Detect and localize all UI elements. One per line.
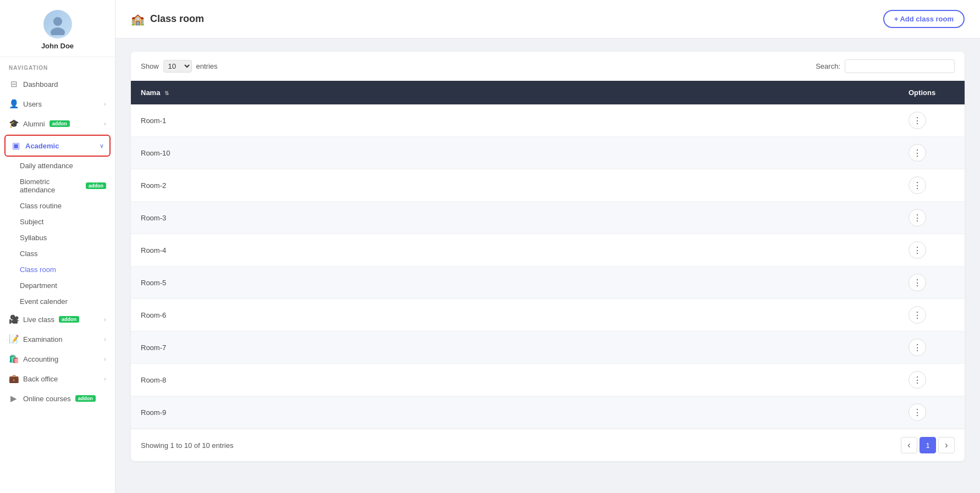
- nav-label: NAVIGATION: [0, 57, 115, 74]
- chevron-right-icon-alumni: ›: [104, 120, 106, 127]
- chevron-right-icon-backoffice: ›: [104, 375, 106, 382]
- options-button[interactable]: ⋮: [909, 403, 926, 421]
- pagination: ‹ 1 ›: [901, 437, 955, 453]
- sidebar-item-academic[interactable]: ▣ Academic ∨: [4, 135, 111, 157]
- chevron-right-icon-live: ›: [104, 316, 106, 323]
- sidebar-subitem-subject[interactable]: Subject: [0, 214, 115, 230]
- options-cell: ⋮: [899, 104, 965, 137]
- sidebar-item-label-accounting: Accounting: [23, 355, 58, 363]
- sidebar-subitem-class[interactable]: Class: [0, 246, 115, 262]
- svg-point-0: [53, 17, 62, 26]
- users-icon: 👤: [9, 99, 19, 109]
- table-row: Room-6 ⋮: [131, 299, 965, 331]
- subitem-label: Biometric attendance: [20, 178, 82, 194]
- options-cell: ⋮: [899, 234, 965, 267]
- sidebar-item-label-alumni: Alumni: [23, 120, 45, 128]
- table-row: Room-9 ⋮: [131, 396, 965, 429]
- sidebar-subitem-daily-attendance[interactable]: Daily attendance: [0, 158, 115, 174]
- options-button[interactable]: ⋮: [909, 241, 926, 259]
- sidebar-item-live-class[interactable]: 🎥 Live class addon ›: [0, 309, 115, 329]
- sidebar-item-online-courses[interactable]: ▶ Online courses addon: [0, 389, 115, 408]
- sidebar-item-examination[interactable]: 📝 Examination ›: [0, 329, 115, 349]
- options-button[interactable]: ⋮: [909, 112, 926, 129]
- sidebar-item-users[interactable]: 👤 Users ›: [0, 94, 115, 114]
- examination-icon: 📝: [9, 334, 19, 344]
- subitem-label: Department: [20, 281, 57, 290]
- sidebar-item-alumni[interactable]: 🎓 Alumni addon ›: [0, 114, 115, 134]
- profile-section: John Doe: [0, 0, 115, 57]
- col-options-label: Options: [909, 88, 935, 97]
- page-1-button[interactable]: 1: [920, 437, 936, 453]
- alumni-addon-badge: addon: [49, 120, 70, 127]
- room-name-cell: Room-6: [131, 299, 899, 331]
- room-name-cell: Room-8: [131, 364, 899, 396]
- options-button[interactable]: ⋮: [909, 371, 926, 389]
- room-name-cell: Room-5: [131, 267, 899, 299]
- table-controls: Show 10 25 50 100 entries Search:: [131, 52, 965, 81]
- alumni-icon: 🎓: [9, 119, 19, 129]
- avatar: [43, 10, 72, 38]
- table-row: Room-5 ⋮: [131, 267, 965, 299]
- sidebar-item-accounting[interactable]: 🛍️ Accounting ›: [0, 349, 115, 369]
- subitem-label: Syllabus: [20, 234, 47, 242]
- page-number: 1: [926, 441, 929, 450]
- search-input[interactable]: [845, 59, 955, 73]
- sort-icon-nama: ⇅: [164, 90, 169, 96]
- main-content: 🏫 Class room + Add class room Show 10 25…: [115, 0, 980, 493]
- page-title-area: 🏫 Class room: [131, 13, 204, 26]
- sidebar-subitem-class-room[interactable]: Class room: [0, 262, 115, 278]
- svg-point-1: [51, 27, 65, 35]
- entries-label: entries: [196, 62, 218, 70]
- subitem-label: Class: [20, 250, 38, 258]
- sidebar-item-label-dashboard: Dashboard: [23, 80, 58, 88]
- chevron-right-icon: ›: [104, 101, 106, 107]
- footer-text: Showing 1 to 10 of 10 entries: [141, 441, 233, 450]
- table-row: Room-2 ⋮: [131, 169, 965, 202]
- entries-select[interactable]: 10 25 50 100: [163, 60, 192, 73]
- options-cell: ⋮: [899, 267, 965, 299]
- table-row: Room-8 ⋮: [131, 364, 965, 396]
- accounting-icon: 🛍️: [9, 354, 19, 364]
- room-name-cell: Room-3: [131, 202, 899, 234]
- dashboard-icon: ⊟: [9, 79, 19, 89]
- profile-name: John Doe: [41, 42, 74, 50]
- add-class-room-button[interactable]: + Add class room: [883, 10, 965, 28]
- subitem-label: Event calender: [20, 297, 68, 306]
- options-button[interactable]: ⋮: [909, 274, 926, 291]
- page-title-icon: 🏫: [131, 13, 145, 26]
- academic-icon: ▣: [11, 141, 21, 151]
- options-button[interactable]: ⋮: [909, 339, 926, 356]
- sidebar-subitem-syllabus[interactable]: Syllabus: [0, 230, 115, 246]
- live-class-icon: 🎥: [9, 314, 19, 324]
- prev-page-button[interactable]: ‹: [901, 437, 917, 453]
- sidebar-subitem-class-routine[interactable]: Class routine: [0, 198, 115, 214]
- next-page-button[interactable]: ›: [938, 437, 955, 453]
- room-name-cell: Room-9: [131, 396, 899, 429]
- sidebar: John Doe NAVIGATION ⊟ Dashboard 👤 Users …: [0, 0, 115, 493]
- sidebar-item-label-users: Users: [23, 100, 42, 108]
- subitem-label: Daily attendance: [20, 162, 73, 170]
- room-name-cell: Room-7: [131, 331, 899, 364]
- options-cell: ⋮: [899, 299, 965, 331]
- live-class-addon-badge: addon: [59, 316, 79, 323]
- add-button-label: + Add class room: [894, 15, 954, 23]
- table-row: Room-7 ⋮: [131, 331, 965, 364]
- chevron-right-icon-accounting: ›: [104, 356, 106, 362]
- show-label: Show: [141, 62, 159, 70]
- options-cell: ⋮: [899, 364, 965, 396]
- table-row: Room-3 ⋮: [131, 202, 965, 234]
- online-courses-icon: ▶: [9, 394, 19, 403]
- sidebar-item-back-office[interactable]: 💼 Back office ›: [0, 369, 115, 389]
- room-name-cell: Room-2: [131, 169, 899, 202]
- options-button[interactable]: ⋮: [909, 306, 926, 324]
- sidebar-item-dashboard[interactable]: ⊟ Dashboard: [0, 74, 115, 94]
- options-cell: ⋮: [899, 169, 965, 202]
- sidebar-subitem-biometric-attendance[interactable]: Biometric attendance addon: [0, 174, 115, 198]
- options-button[interactable]: ⋮: [909, 176, 926, 194]
- sidebar-subitem-event-calender[interactable]: Event calender: [0, 293, 115, 309]
- sidebar-subitem-department[interactable]: Department: [0, 278, 115, 293]
- options-button[interactable]: ⋮: [909, 144, 926, 162]
- room-name-cell: Room-10: [131, 137, 899, 169]
- col-options: Options: [899, 81, 965, 104]
- options-button[interactable]: ⋮: [909, 209, 926, 226]
